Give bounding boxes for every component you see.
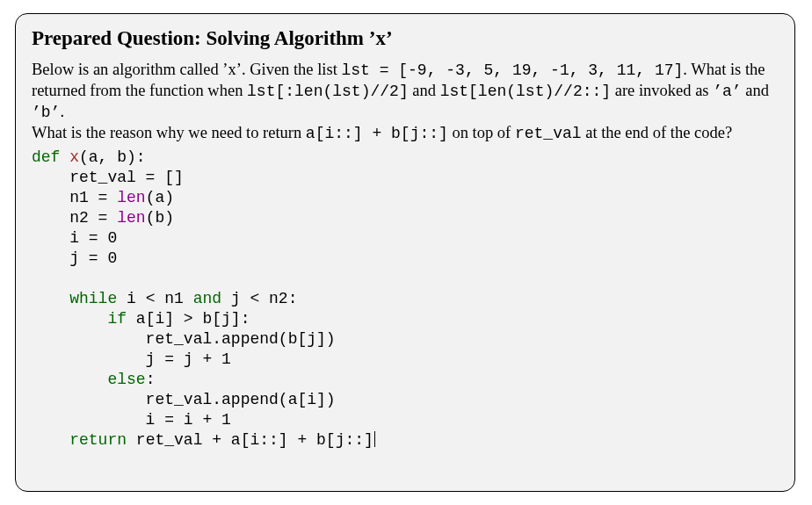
code-text: (b) bbox=[146, 209, 174, 227]
code-text: ret_val + a[i::] + b[j::] bbox=[127, 431, 373, 449]
code-line: i = i + 1 bbox=[32, 411, 231, 429]
code-text: : bbox=[146, 371, 156, 388]
code-line: j = j + 1 bbox=[32, 350, 231, 368]
text-run: at the end of the code? bbox=[582, 124, 733, 141]
builtin-len: len bbox=[117, 209, 145, 227]
code-text bbox=[32, 290, 69, 307]
code-text bbox=[32, 310, 107, 328]
keyword-else: else bbox=[107, 371, 145, 388]
question-paragraph-1: Below is an algorithm called ’x’. Given … bbox=[32, 60, 779, 123]
inline-code: ret_val bbox=[515, 125, 582, 142]
code-text bbox=[32, 431, 69, 449]
function-name: x bbox=[60, 148, 79, 166]
code-line: i = 0 bbox=[32, 229, 117, 247]
code-text: n2 = bbox=[32, 209, 117, 227]
code-text: n1 = bbox=[32, 189, 117, 206]
inline-code: lst[:len(lst)//2] bbox=[247, 83, 409, 100]
text-run: What is the reason why we need to return bbox=[32, 124, 306, 141]
code-line: j = 0 bbox=[32, 249, 117, 267]
text-cursor-icon bbox=[374, 431, 375, 447]
text-run: . bbox=[60, 103, 64, 120]
code-text bbox=[32, 371, 107, 388]
question-box: Prepared Question: Solving Algorithm ’x’… bbox=[15, 13, 795, 492]
code-text: (a, b): bbox=[79, 148, 146, 166]
code-text: (a) bbox=[146, 189, 174, 206]
code-line: ret_val.append(b[j]) bbox=[32, 330, 336, 348]
code-line: ret_val.append(a[i]) bbox=[32, 391, 336, 408]
inline-code: a[i::] + b[j::] bbox=[306, 125, 448, 142]
inline-code: ’a’ bbox=[713, 83, 741, 100]
inline-code: ’b’ bbox=[32, 104, 60, 121]
text-run: on top of bbox=[448, 124, 515, 141]
text-run: Below is an algorithm called ’x’. Given … bbox=[32, 61, 341, 78]
code-text: i < n1 bbox=[117, 290, 192, 307]
keyword-return: return bbox=[69, 431, 127, 449]
text-run: are invoked as bbox=[611, 82, 713, 99]
keyword-and: and bbox=[193, 290, 221, 307]
builtin-len: len bbox=[117, 189, 145, 206]
inline-code: lst = [-9, -3, 5, 19, -1, 3, 11, 17] bbox=[341, 61, 683, 79]
text-run: and bbox=[742, 82, 769, 99]
question-paragraph-2: What is the reason why we need to return… bbox=[32, 123, 779, 144]
question-title: Prepared Question: Solving Algorithm ’x’ bbox=[32, 26, 779, 51]
keyword-if: if bbox=[107, 310, 127, 328]
code-block: def x(a, b): ret_val = [] n1 = len(a) n2… bbox=[32, 148, 779, 451]
code-text: j < n2: bbox=[221, 290, 297, 307]
inline-code: lst[len(lst)//2::] bbox=[440, 83, 611, 100]
code-text: a[i] > b[j]: bbox=[127, 310, 250, 328]
code-line: ret_val = [] bbox=[32, 169, 184, 186]
keyword-while: while bbox=[69, 290, 117, 307]
text-run: and bbox=[409, 82, 440, 99]
keyword-def: def bbox=[32, 148, 60, 166]
